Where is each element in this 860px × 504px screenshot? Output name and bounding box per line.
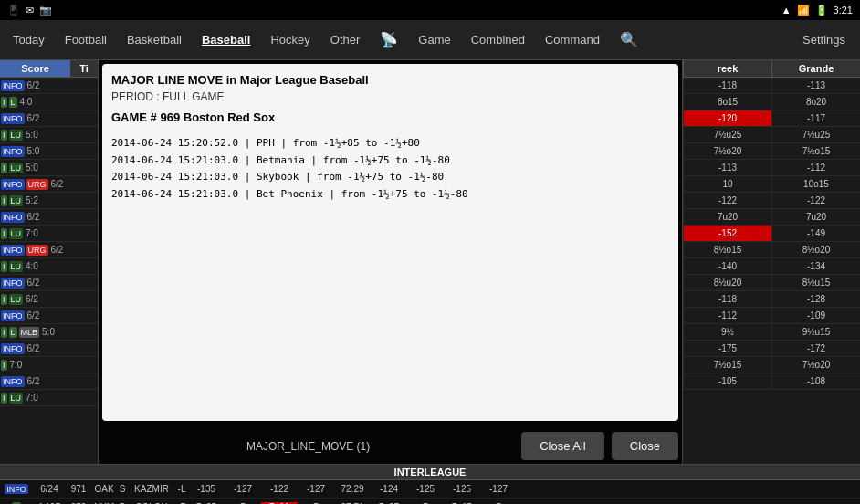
s5-cell: -124 — [371, 484, 407, 494]
right-cell-c1: -175 — [683, 341, 771, 356]
close-button[interactable]: Close — [612, 432, 678, 460]
right-cell-c1: 9½ — [683, 324, 771, 340]
right-cell-c1: 7½o20 — [683, 143, 771, 159]
right-data-row: -113 -112 — [683, 160, 860, 176]
mlb-btn[interactable]: MLB — [19, 327, 40, 338]
left-scores-col: Score Ti INFO 6/2 I L 4:0 INFO 6/2 I LU … — [0, 60, 99, 464]
bottom-table-header: INTERLEAGUE — [0, 465, 860, 480]
right-cell-c1-red: -120 — [683, 110, 771, 126]
urg-btn[interactable]: URG — [26, 245, 48, 256]
score-row: INFO 6/2 — [0, 308, 98, 324]
info-btn[interactable]: INFO — [1, 310, 25, 321]
right-data-row: -118 -128 — [683, 291, 860, 308]
status-bar-left: 📱 ✉ 📷 — [7, 5, 52, 16]
right-cell-c1: -112 — [683, 308, 771, 323]
nav-game[interactable]: Game — [409, 27, 459, 52]
right-data-row: 7½o15 7½o20 — [683, 357, 860, 373]
right-cell-c1: 7½o15 — [683, 357, 771, 373]
right-cell-c2: 10o15 — [771, 176, 860, 192]
right-data-row: 8½u20 8½u15 — [683, 275, 860, 291]
info-btn[interactable]: INFO — [1, 278, 25, 289]
s6-cell: -125 — [407, 484, 444, 494]
right-data-row: -152 -149 — [683, 226, 860, 242]
mail-icon: ✉ — [26, 5, 34, 16]
nav-settings[interactable]: Settings — [792, 27, 856, 52]
col-header: Score Ti — [0, 60, 98, 78]
search-icon[interactable]: 🔍 — [611, 26, 647, 54]
right-cell-c2: -134 — [771, 258, 860, 274]
right-header: reek Grande — [683, 60, 860, 78]
info-cell[interactable]: INFO — [0, 484, 33, 494]
move-row-2: 2014-06-24 15:21:03.0 | Betmania | from … — [111, 152, 669, 170]
close-all-button[interactable]: Close All — [521, 432, 604, 460]
info-btn[interactable]: INFO — [1, 343, 25, 354]
popup-footer-label: MAJOR_LINE_MOVE (1) — [102, 440, 514, 453]
ou-cell: -135 — [188, 484, 225, 494]
score-row: I LU 7:0 — [0, 390, 98, 406]
nav-basketball[interactable]: Basketball — [118, 27, 191, 52]
right-cell-c1: -105 — [683, 373, 771, 389]
ti-header: Ti — [70, 60, 98, 77]
table-row: INFO 6/24 971 OAK S KAZMIR -L -135 -127 … — [0, 480, 860, 499]
move-row-3: 2014-06-24 15:21:03.0 | Skybook | from -… — [111, 169, 669, 186]
right-cell-c2: 8½u15 — [771, 275, 860, 290]
right-col: reek Grande -118 -113 8o15 8o20 -120 -11… — [682, 60, 860, 464]
nav-today[interactable]: Today — [4, 27, 54, 52]
info-btn[interactable]: INFO — [1, 80, 25, 91]
right-data-row: -140 -134 — [683, 258, 860, 275]
nav-command[interactable]: Command — [536, 27, 609, 52]
s8-cell: -127 — [480, 484, 517, 494]
score-row: INFO 6/2 — [0, 78, 98, 94]
right-cell-c1: 7u20 — [683, 209, 771, 225]
signal-icon: ▲ — [781, 5, 792, 16]
score-row: INFO 5:0 — [0, 143, 98, 160]
right-cell-c2: -122 — [771, 193, 860, 208]
wifi-icon: 📶 — [797, 5, 810, 16]
pl-cell: S — [117, 484, 128, 494]
right-cell-c2: 7½o20 — [771, 357, 860, 373]
right-cell-c2: 8½o20 — [771, 242, 860, 257]
score-row: I LU 6/2 — [0, 291, 98, 308]
score-row: I 7:0 — [0, 357, 98, 373]
right-cell-c2: -112 — [771, 160, 860, 175]
popup-box: MAJOR LINE MOVE in Major League Baseball… — [102, 64, 678, 421]
right-cell-c2: -149 — [771, 226, 860, 241]
info-btn[interactable]: INFO — [1, 212, 25, 223]
urg-btn[interactable]: URG — [26, 179, 48, 190]
right-cell-c2: 7½o15 — [771, 143, 860, 159]
info-btn[interactable]: INFO — [1, 146, 25, 157]
popup-moves: 2014-06-24 15:20:52.0 | PPH | from -1½+8… — [111, 135, 669, 412]
right-cell-c2: -113 — [771, 78, 860, 93]
nav-football[interactable]: Football — [56, 27, 116, 52]
info-btn[interactable]: INFO — [1, 179, 25, 190]
score-row: INFO 6/2 — [0, 209, 98, 226]
score-row: INFO URG 6/2 — [0, 176, 98, 193]
battery-icon: 🔋 — [815, 5, 828, 16]
move-row-1: 2014-06-24 15:20:52.0 | PPH | from -1½+8… — [111, 135, 669, 152]
right-data-row: -120 -117 — [683, 110, 860, 127]
right-cell-c1: 8½u20 — [683, 275, 771, 290]
info-btn[interactable]: INFO — [1, 113, 25, 124]
right-data-row: 10 10o15 — [683, 176, 860, 193]
info-btn[interactable]: INFO — [1, 376, 25, 387]
info-btn[interactable]: INFO — [1, 245, 25, 256]
nav-hockey[interactable]: Hockey — [261, 27, 319, 52]
table-row: L 4:10P 972 NYM B COLON -R 7u25 7 7u11 7… — [0, 499, 860, 504]
popup-footer: MAJOR_LINE_MOVE (1) Close All Close — [99, 425, 682, 464]
right-data-row: 8½o15 8½o20 — [683, 242, 860, 258]
nav-bar: Today Football Basketball Baseball Hocke… — [0, 20, 860, 60]
s7-cell: -125 — [444, 484, 480, 494]
nav-baseball[interactable]: Baseball — [193, 27, 259, 52]
right-cell-c1: 8½o15 — [683, 242, 771, 257]
right-cell-c2: -117 — [771, 110, 860, 126]
radio-icon[interactable]: 📡 — [371, 26, 407, 54]
right-data-row: -105 -108 — [683, 373, 860, 390]
right-cell-c1: 10 — [683, 176, 771, 192]
nav-other[interactable]: Other — [321, 27, 370, 52]
main-area: Score Ti INFO 6/2 I L 4:0 INFO 6/2 I LU … — [0, 60, 860, 464]
nav-combined[interactable]: Combined — [462, 27, 534, 52]
right-cell-c2: 7½u25 — [771, 127, 860, 142]
phone-icon: 📱 — [7, 5, 20, 16]
right-data-row: -122 -122 — [683, 193, 860, 209]
name-cell: KAZMIR — [128, 484, 175, 494]
